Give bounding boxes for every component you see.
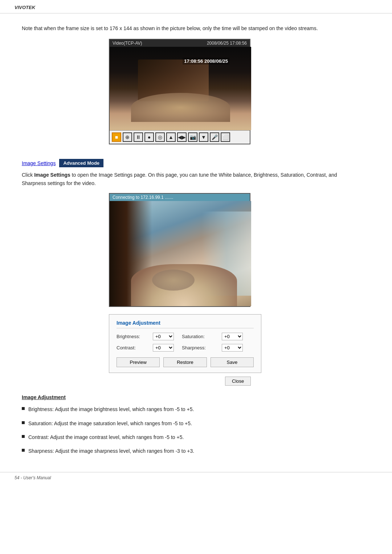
ctrl-zoom[interactable]: ⊕ [123, 132, 132, 142]
note-text: Note that when the frame size is set to … [22, 24, 348, 32]
close-button[interactable]: Close [225, 377, 251, 386]
video-title-right: 2008/06/25 17:08:56 [207, 41, 247, 46]
description-text: Click Image Settings to open the Image S… [22, 171, 348, 187]
header: VIVOTEK [0, 0, 392, 13]
bullet-icon [22, 407, 25, 410]
video-title-left: Video(TCP-AV) [113, 41, 142, 46]
image-adjustment-panel: Image Adjustment Brightness: +0+1+2-1-2 … [109, 314, 261, 373]
brand-title: VIVOTEK [15, 5, 35, 10]
video-screen-1: 17:08:56 2008/06/25 [110, 47, 251, 130]
ctrl-mic[interactable]: 🎤 [210, 132, 219, 142]
image-settings-row: Image Settings Advanced Mode [22, 159, 370, 167]
section-heading: Image Adjustment [22, 394, 370, 400]
room-image-1 [110, 47, 251, 130]
list-item: Saturation: Adjust the image saturation … [22, 419, 370, 427]
advanced-mode-button[interactable]: Advanced Mode [59, 159, 103, 167]
image-settings-link[interactable]: Image Settings [22, 160, 56, 166]
close-btn-wrapper: Close [225, 377, 370, 386]
ctrl-down[interactable]: ▼ [199, 132, 208, 142]
ctrl-pause[interactable]: ⏸ [134, 132, 143, 142]
sharpness-label: Sharpness: [182, 345, 222, 350]
bullet-text-3: Contrast: Adjust the image contrast leve… [28, 433, 184, 441]
ctrl-fullscreen[interactable]: ⬜ [221, 132, 230, 142]
contrast-label: Contrast: [117, 345, 153, 350]
footer-text: 54 - User's Manual [15, 475, 51, 480]
footer: 54 - User's Manual [0, 472, 392, 483]
bullet-text-2: Saturation: Adjust the image saturation … [28, 419, 192, 427]
video-timestamp-1: 17:08:56 2008/06/25 [183, 58, 229, 65]
bullet-icon [22, 449, 25, 452]
ctrl-audio[interactable]: ◀▶ [177, 132, 187, 142]
brightness-label: Brightness: [117, 334, 153, 339]
video-controls-1[interactable]: ■ ⊕ ⏸ ● ◎ ▲ ◀▶ 📷 ▼ 🎤 ⬜ [110, 130, 250, 144]
preview-button[interactable]: Preview [117, 357, 160, 367]
video-player-2: Connecting to 172.16.99.1 ....... [109, 193, 250, 307]
brightness-select[interactable]: +0+1+2-1-2 [153, 333, 174, 340]
main-content: Note that when the frame size is set to … [0, 13, 392, 472]
video-player-1: Video(TCP-AV) 2008/06/25 17:08:56 17:08:… [109, 39, 250, 144]
bullet-icon [22, 435, 25, 438]
saturation-label: Saturation: [182, 334, 222, 339]
ctrl-snapshot[interactable]: ■ [112, 132, 121, 142]
ctrl-up[interactable]: ▲ [166, 132, 176, 142]
bullet-list: Brightness: Adjust the image brightness … [22, 405, 370, 455]
restore-button[interactable]: Restore [163, 357, 207, 367]
room-image-2 [110, 201, 251, 306]
sharpness-select[interactable]: +0+1+2-1-2 [222, 344, 243, 352]
list-item: Contrast: Adjust the image contrast leve… [22, 433, 370, 441]
contrast-select[interactable]: +0+1+2-1-2 [153, 344, 174, 352]
adj-grid: Brightness: +0+1+2-1-2 Saturation: +0+1+… [117, 333, 254, 352]
desc-before: Click [22, 172, 34, 178]
save-button[interactable]: Save [211, 357, 254, 367]
bullet-text-1: Brightness: Adjust the image brightness … [28, 405, 194, 413]
list-item: Sharpness: Adjust the image sharpness le… [22, 447, 370, 455]
ctrl-camera[interactable]: 📷 [188, 132, 197, 142]
image-adj-title: Image Adjustment [117, 320, 254, 328]
bullet-text-4: Sharpness: Adjust the image sharpness le… [28, 447, 194, 455]
list-item: Brightness: Adjust the image brightness … [22, 405, 370, 413]
video-screen-2 [110, 201, 251, 306]
video-title-bar-1: Video(TCP-AV) 2008/06/25 17:08:56 [110, 40, 250, 47]
saturation-select[interactable]: +0+1+2-1-2 [222, 333, 243, 340]
ctrl-circle[interactable]: ◎ [155, 132, 165, 142]
video-title-bar-2: Connecting to 172.16.99.1 ....... [110, 194, 250, 201]
adj-buttons: Preview Restore Save [117, 357, 254, 367]
ctrl-record[interactable]: ● [144, 132, 154, 142]
desc-bold: Image Settings [34, 172, 70, 178]
bullet-icon [22, 421, 25, 424]
video2-title: Connecting to 172.16.99.1 ....... [113, 195, 173, 200]
video-window-1: Video(TCP-AV) 2008/06/25 17:08:56 17:08:… [109, 39, 250, 144]
video-window-2: Connecting to 172.16.99.1 ....... [109, 193, 250, 307]
